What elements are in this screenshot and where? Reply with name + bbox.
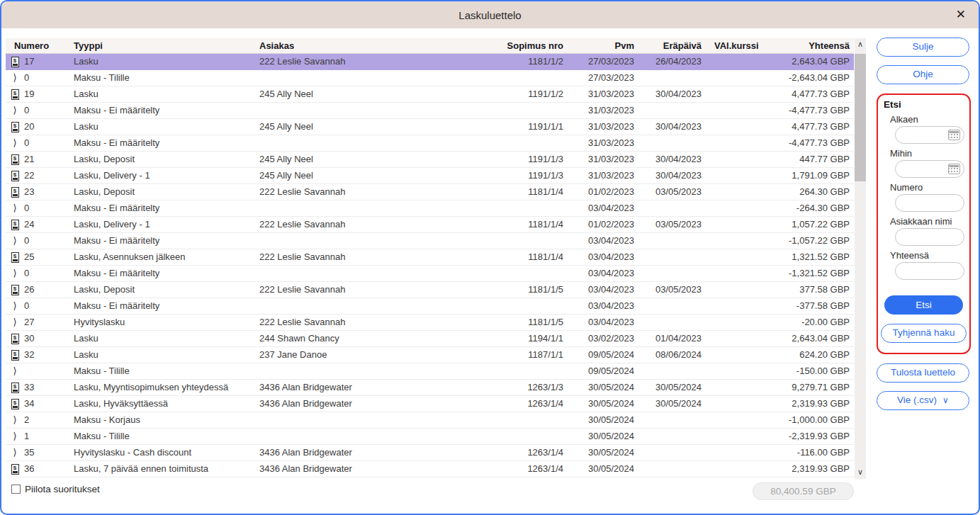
column-header-tyyppi[interactable]: Tyyppi [68, 38, 254, 53]
cell-numero: 25 [24, 249, 68, 265]
vertical-scrollbar[interactable]: ∧ ∨ [855, 38, 866, 479]
customer-name-input[interactable] [895, 228, 964, 246]
table-row[interactable]: $ 23 Lasku, Deposit 222 Leslie Savannah … [6, 184, 854, 200]
calendar-icon[interactable] [948, 164, 960, 174]
cell-yhteensa: 9,279.71 GBP [765, 380, 854, 395]
scroll-up-icon[interactable]: ∧ [857, 38, 863, 51]
table-row[interactable]: $ 25 Lasku, Asennuksen jälkeen 222 Lesli… [6, 249, 854, 266]
row-icon-cell: ⟩ [6, 298, 24, 314]
table-row[interactable]: ⟩ 0 Maksu - Ei määritelty 03/04/2023 -1,… [6, 233, 854, 249]
cell-sopimus: 1181/1/5 [498, 315, 563, 330]
cell-sopimus: 1263/1/4 [498, 445, 563, 460]
cell-pvm: 03/04/2023 [563, 233, 634, 249]
date-from-input[interactable] [895, 126, 964, 144]
row-icon-cell: $ [6, 57, 24, 67]
date-to-input[interactable] [895, 160, 964, 178]
column-header-yhteensa[interactable]: Yhteensä [765, 38, 854, 53]
cell-numero: 34 [24, 396, 68, 412]
table-row[interactable]: $ 33 Lasku, Myyntisopimuksen yhteydessä … [6, 380, 854, 396]
cell-numero: 19 [24, 86, 68, 102]
table-row[interactable]: $ 22 Lasku, Delivery - 1 245 Ally Neel 1… [6, 168, 854, 184]
table-row[interactable]: $ 24 Lasku, Delivery - 1 222 Leslie Sava… [6, 217, 854, 233]
cell-yhteensa: 2,319.93 GBP [765, 461, 854, 477]
table-row[interactable]: $ 36 Lasku, 7 päivää ennen toimitusta 34… [6, 461, 854, 477]
table-row[interactable]: ⟩ 0 Maksu - Ei määritelty 03/04/2023 -37… [6, 298, 854, 315]
table-row[interactable]: $ 32 Lasku 237 Jane Danoe 1187/1/1 09/05… [6, 347, 854, 363]
table-row[interactable]: $ 34 Lasku, Hyväksyttäessä 3436 Alan Bri… [6, 396, 854, 412]
column-header-sopimus[interactable]: Sopimus nro [498, 38, 563, 53]
table-row[interactable]: ⟩ 0 Maksu - Ei määritelty 31/03/2023 -4,… [6, 103, 854, 119]
number-input[interactable] [895, 194, 964, 212]
table-row[interactable]: $ 20 Lasku 245 Ally Neel 1191/1/1 31/03/… [6, 119, 854, 135]
search-button[interactable]: Etsi [884, 295, 963, 315]
column-header-numero[interactable]: Numero [6, 38, 68, 53]
cell-tyyppi: Lasku [68, 86, 254, 102]
cell-yhteensa: -1,321.52 GBP [765, 266, 854, 281]
calendar-icon[interactable] [948, 130, 960, 140]
cell-asiakas: 222 Leslie Savannah [254, 217, 498, 232]
right-panel: Sulje Ohje Etsi Alkaen Mihin Numero Asia… [877, 38, 971, 410]
cell-numero: 1 [24, 429, 68, 444]
print-list-button[interactable]: Tulosta luettelo [877, 363, 969, 383]
cell-sopimus: 1191/1/2 [498, 86, 563, 102]
total-input[interactable] [895, 262, 964, 280]
cell-erapaiva: 01/04/2023 [634, 331, 702, 346]
close-icon[interactable]: ✕ [956, 7, 966, 21]
clear-search-button[interactable]: Tyhjennä haku [881, 324, 967, 343]
table-row[interactable]: $ 30 Lasku 244 Shawn Chancy 1194/1/1 03/… [6, 331, 854, 347]
help-button[interactable]: Ohje [877, 65, 969, 84]
cell-yhteensa: -377.58 GBP [765, 298, 854, 314]
cell-asiakas: 3436 Alan Bridgewater [254, 461, 498, 477]
table-row[interactable]: ⟩ Maksu - Tilille 09/05/2024 -150.00 GBP [6, 363, 854, 380]
row-icon-cell: $ [6, 399, 24, 409]
column-header-erapaiva[interactable]: Eräpäivä [634, 38, 702, 53]
table-row[interactable]: ⟩ 35 Hyvityslasku - Cash discount 3436 A… [6, 445, 854, 461]
table-row[interactable]: $ 21 Lasku, Deposit 245 Ally Neel 1191/1… [6, 152, 854, 168]
cell-yhteensa: 2,319.93 GBP [765, 396, 854, 412]
hide-payments-checkbox[interactable] [11, 485, 21, 494]
table-row[interactable]: ⟩ 0 Maksu - Ei määritelty 31/03/2023 -4,… [6, 135, 854, 152]
cell-sopimus: 1181/1/5 [498, 282, 563, 298]
table-row[interactable]: ⟩ 0 Maksu - Tilille 27/03/2023 -2,643.04… [6, 70, 854, 86]
cell-tyyppi: Hyvityslasku - Cash discount [68, 445, 254, 460]
table-row[interactable]: $ 17 Lasku 222 Leslie Savannah 1181/1/2 … [6, 54, 854, 70]
table-row[interactable]: ⟩ 0 Maksu - Ei määritelty 03/04/2023 -26… [6, 200, 854, 217]
column-header-valkurssi[interactable]: VAl.kurssi [702, 38, 765, 53]
table-row[interactable]: ⟩ 27 Hyvityslasku 222 Leslie Savannah 11… [6, 315, 854, 331]
cell-yhteensa: -2,319.93 GBP [765, 429, 854, 444]
row-icon-cell: $ [6, 383, 24, 393]
cell-pvm: 30/05/2024 [563, 429, 634, 444]
window-title: Laskuluettelo [458, 9, 521, 21]
cell-sopimus: 1181/1/4 [498, 217, 563, 232]
scrollbar-track[interactable] [855, 51, 866, 466]
cell-erapaiva: 03/05/2023 [634, 184, 702, 200]
table-row[interactable]: ⟩ 2 Maksu - Korjaus 30/05/2024 -1,000.00… [6, 412, 854, 429]
table-row[interactable]: $ 26 Lasku, Deposit 222 Leslie Savannah … [6, 282, 854, 298]
cell-numero: 0 [24, 200, 68, 216]
cell-tyyppi: Maksu - Ei määritelty [68, 298, 254, 314]
cell-erapaiva: 30/05/2024 [634, 380, 702, 395]
row-icon-cell: $ [6, 464, 24, 475]
table-row[interactable]: ⟩ 1 Maksu - Tilille 30/05/2024 -2,319.93… [6, 429, 854, 445]
cell-numero: 2 [24, 412, 68, 428]
column-header-pvm[interactable]: Pvm [563, 38, 634, 53]
invoice-list-window: Laskuluettelo ✕ Numero Tyyppi Asiakas So… [0, 0, 980, 515]
hide-payments-control[interactable]: Piilota suoritukset [11, 484, 100, 494]
scroll-down-icon[interactable]: ∨ [857, 466, 863, 479]
export-csv-button[interactable]: Vie (.csv)∨ [877, 391, 969, 410]
invoice-icon: $ [11, 57, 19, 67]
cell-numero: 0 [24, 70, 68, 86]
column-header-asiakas[interactable]: Asiakas [254, 38, 498, 53]
cell-numero: 17 [24, 54, 68, 69]
cell-erapaiva: 30/04/2023 [634, 168, 702, 183]
table-row[interactable]: $ 19 Lasku 245 Ally Neel 1191/1/2 31/03/… [6, 86, 854, 103]
scrollbar-thumb[interactable] [855, 54, 866, 181]
cell-erapaiva: 30/04/2023 [634, 152, 702, 167]
close-button[interactable]: Sulje [877, 38, 969, 57]
cell-pvm: 30/05/2024 [563, 461, 634, 477]
table-row[interactable]: ⟩ 0 Maksu - Ei määritelty 03/04/2023 -1,… [6, 266, 854, 282]
row-icon-cell: ⟩ [6, 70, 24, 86]
date-from-label: Alkaen [890, 114, 969, 125]
cell-sopimus: 1181/1/2 [498, 54, 563, 69]
chevron-right-icon: ⟩ [13, 429, 16, 444]
